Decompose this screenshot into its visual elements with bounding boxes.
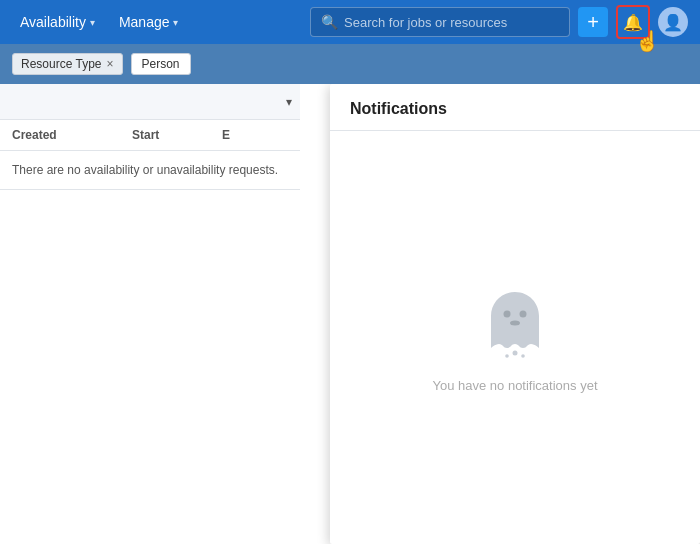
table-toolbar: ▾ <box>0 84 300 120</box>
search-input[interactable] <box>344 15 559 30</box>
svg-point-2 <box>510 321 520 326</box>
notifications-panel: Notifications You have n <box>330 84 700 544</box>
svg-point-3 <box>513 351 518 356</box>
person-filter[interactable]: Person <box>131 53 191 75</box>
empty-message: There are no availability or unavailabil… <box>0 151 300 190</box>
main-content: ▾ Created Start E There are no availabil… <box>0 84 700 544</box>
avatar: 👤 <box>658 7 688 37</box>
notifications-title: Notifications <box>350 100 447 117</box>
bell-wrapper: 🔔 ☝️ <box>616 5 650 39</box>
avatar-icon: 👤 <box>663 13 683 32</box>
search-icon: 🔍 <box>321 14 338 30</box>
navbar: Availability ▾ Manage ▾ 🔍 + 🔔 ☝️ 👤 <box>0 0 700 44</box>
table-area: ▾ Created Start E There are no availabil… <box>0 84 300 190</box>
filter-bar: Resource Type × Person <box>0 44 700 84</box>
col-start: Start <box>120 128 210 142</box>
svg-point-0 <box>504 311 511 318</box>
add-button[interactable]: + <box>578 7 608 37</box>
notifications-body: You have no notifications yet <box>330 131 700 544</box>
availability-menu[interactable]: Availability ▾ <box>12 10 103 34</box>
table-dropdown-chevron-icon[interactable]: ▾ <box>286 95 292 109</box>
svg-point-5 <box>521 354 525 358</box>
availability-label: Availability <box>20 14 86 30</box>
notifications-header: Notifications <box>330 84 700 131</box>
col-end: E <box>210 128 300 142</box>
resource-type-label: Resource Type <box>21 57 102 71</box>
col-created: Created <box>0 128 120 142</box>
avatar-button[interactable]: 👤 <box>658 7 688 37</box>
table-header: Created Start E <box>0 120 300 151</box>
search-bar[interactable]: 🔍 <box>310 7 570 37</box>
manage-chevron-icon: ▾ <box>173 17 178 28</box>
svg-point-4 <box>505 354 509 358</box>
manage-menu[interactable]: Manage ▾ <box>111 10 187 34</box>
svg-point-1 <box>520 311 527 318</box>
no-notifications-text: You have no notifications yet <box>432 378 597 393</box>
resource-type-remove-icon[interactable]: × <box>107 57 114 71</box>
ghost-icon <box>480 282 550 362</box>
resource-type-filter[interactable]: Resource Type × <box>12 53 123 75</box>
person-label: Person <box>142 57 180 71</box>
availability-chevron-icon: ▾ <box>90 17 95 28</box>
manage-label: Manage <box>119 14 170 30</box>
cursor-icon: ☝️ <box>635 29 660 53</box>
